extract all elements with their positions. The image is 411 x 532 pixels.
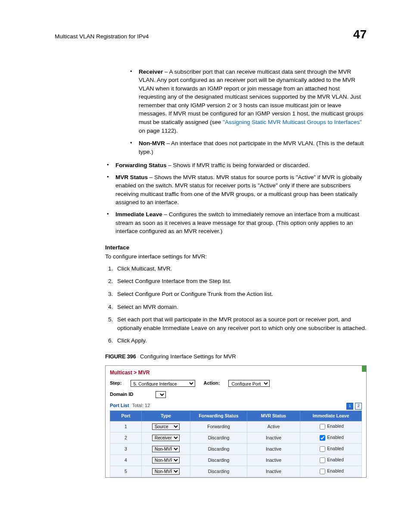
text-intro: To configure interface settings for MVR: [105, 252, 367, 261]
cell-port: 1 [110, 421, 142, 432]
text: on page 1122). [139, 128, 178, 134]
list-item: Immediate Leave – Configures the switch … [105, 210, 367, 236]
immediate-leave-checkbox[interactable] [320, 435, 325, 441]
pager: 1 2 [346, 403, 362, 410]
domain-label: Domain ID [110, 391, 133, 398]
table-row: 5Non-MVRDiscardingInactiveEnabled [110, 466, 362, 477]
bullet-list: Forwarding Status – Shows if MVR traffic… [105, 161, 367, 236]
list-item: Forwarding Status – Shows if MVR traffic… [105, 161, 367, 170]
figure-label: FIGURE 396 [105, 353, 136, 360]
step-select[interactable]: 5. Configure Interface [131, 380, 195, 387]
cell-mvr: Active [247, 421, 300, 432]
col-leave: Immediate Leave [300, 411, 362, 421]
type-select[interactable]: Non-MVR [152, 468, 180, 475]
help-icon[interactable] [362, 366, 366, 372]
immediate-leave-checkbox[interactable] [320, 424, 325, 429]
step: Select Configure Port or Configure Trunk… [115, 290, 367, 299]
cell-leave: Enabled [300, 432, 362, 443]
sub-list: Receiver – A subscriber port that can re… [105, 68, 367, 156]
text: – An interface that does not participate… [139, 140, 364, 155]
action-select[interactable]: Configure Port [228, 380, 270, 387]
col-type: Type [142, 411, 190, 421]
domain-select[interactable]: 1 [156, 391, 166, 398]
table-row: 2ReceiverDiscardingInactiveEnabled [110, 432, 362, 443]
type-select[interactable]: Receiver [152, 435, 180, 441]
cell-type: Non-MVR [142, 443, 190, 454]
step: Click Multicast, MVR. [115, 264, 367, 273]
port-list-header: Port List Total: 12 1 2 [110, 402, 362, 410]
page-button-1[interactable]: 1 [346, 403, 353, 410]
step: Click Apply. [115, 336, 367, 345]
domain-row: Domain ID 1 [110, 391, 362, 398]
immediate-leave-checkbox[interactable] [320, 469, 325, 474]
cell-type: Non-MVR [142, 454, 190, 466]
table-row: 3Non-MVRDiscardingInactiveEnabled [110, 443, 362, 454]
cell-leave: Enabled [300, 421, 362, 432]
table-row: 1SourceForwardingActiveEnabled [110, 421, 362, 432]
action-label: Action: [204, 380, 220, 387]
figure-caption: FIGURE 396 Configuring Interface Setting… [105, 353, 367, 361]
cell-type: Non-MVR [142, 466, 190, 477]
cell-port: 5 [110, 466, 142, 477]
type-select[interactable]: Non-MVR [152, 457, 180, 464]
figure-text: Configuring Interface Settings for MVR [140, 353, 236, 360]
type-select[interactable]: Source [152, 423, 180, 430]
cell-mvr: Inactive [247, 454, 300, 466]
cell-leave: Enabled [300, 466, 362, 477]
step: Select Configure Interface from the Step… [115, 277, 367, 286]
step: Set each port that will participate in t… [115, 315, 367, 332]
page-header: Multicast VLAN Registration for IPv4 47 [55, 26, 367, 44]
cell-type: Receiver [142, 432, 190, 443]
cell-mvr: Inactive [247, 443, 300, 454]
controls-row: Step: 5. Configure Interface Action: Con… [110, 380, 362, 387]
term-receiver: Receiver [139, 68, 163, 75]
table-row: 4Non-MVRDiscardingInactiveEnabled [110, 454, 362, 466]
cell-leave: Enabled [300, 454, 362, 466]
cell-port: 2 [110, 432, 142, 443]
text: – A subscriber port that can receive mul… [139, 68, 363, 125]
type-select[interactable]: Non-MVR [152, 446, 180, 452]
text: – Shows the MVR status. MVR status for s… [115, 174, 362, 206]
main-content: Receiver – A subscriber port that can re… [105, 68, 367, 478]
col-port: Port [110, 411, 142, 421]
step-label: Step: [110, 380, 122, 387]
cell-fwd: Discarding [190, 466, 247, 477]
port-list-total: Total: 12 [132, 403, 150, 408]
cell-mvr: Inactive [247, 432, 300, 443]
port-list-label: Port List [110, 403, 129, 408]
breadcrumb: Multicast > MVR [110, 369, 362, 376]
immediate-leave-checkbox[interactable] [320, 457, 325, 463]
term-mvr-status: MVR Status [115, 174, 148, 180]
link-assigning-static-mvr[interactable]: "Assigning Static MVR Multicast Groups t… [223, 119, 361, 125]
cell-type: Source [142, 421, 190, 432]
chapter-number: 47 [353, 26, 367, 44]
term-nonmvr: Non-MVR [139, 140, 165, 146]
term-immediate-leave: Immediate Leave [115, 211, 162, 218]
cell-fwd: Discarding [190, 454, 247, 466]
step: Select an MVR domain. [115, 303, 367, 311]
immediate-leave-checkbox[interactable] [320, 446, 325, 452]
cell-fwd: Forwarding [190, 421, 247, 432]
cell-fwd: Discarding [190, 432, 247, 443]
embedded-screenshot: Multicast > MVR Step: 5. Configure Inter… [105, 365, 367, 478]
cell-mvr: Inactive [247, 466, 300, 477]
cell-leave: Enabled [300, 443, 362, 454]
steps-list: Click Multicast, MVR. Select Configure I… [105, 264, 367, 345]
table-header-row: Port Type Forwarding Status MVR Status I… [110, 411, 362, 421]
heading-interface: Interface [105, 243, 367, 252]
port-table: Port Type Forwarding Status MVR Status I… [110, 411, 362, 477]
cell-port: 3 [110, 443, 142, 454]
cell-fwd: Discarding [190, 443, 247, 454]
text: – Shows if MVR traffic is being forwarde… [167, 162, 310, 168]
list-item: Non-MVR – An interface that does not par… [128, 139, 367, 156]
col-fwd: Forwarding Status [190, 411, 247, 421]
term-fwd-status: Forwarding Status [115, 162, 167, 168]
cell-port: 4 [110, 454, 142, 466]
col-mvr: MVR Status [247, 411, 300, 421]
list-item: Receiver – A subscriber port that can re… [128, 68, 367, 135]
list-item: MVR Status – Shows the MVR status. MVR s… [105, 173, 367, 207]
section-title: Multicast VLAN Registration for IPv4 [55, 32, 149, 41]
page-button-2[interactable]: 2 [355, 403, 362, 410]
